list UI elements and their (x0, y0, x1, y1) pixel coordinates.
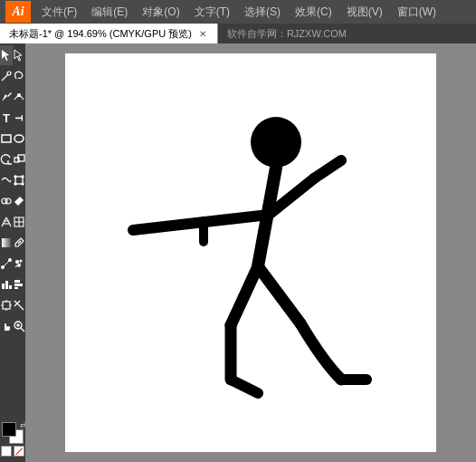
canvas-area (25, 43, 476, 462)
fg-bg-color-swatches[interactable]: ⇄ (2, 422, 24, 444)
shape-builder-tool[interactable] (0, 191, 13, 211)
mesh-tool[interactable] (13, 212, 25, 232)
menu-window[interactable]: 窗口(W) (390, 0, 443, 24)
toolbar: T T (0, 43, 25, 462)
free-transform-tool[interactable] (13, 170, 25, 190)
tab-document[interactable]: 未标题-1* @ 194.69% (CMYK/GPU 预览) ✕ (0, 24, 218, 43)
svg-rect-35 (14, 284, 23, 286)
svg-line-56 (258, 266, 300, 323)
svg-point-4 (18, 94, 21, 97)
site-label: 软件自学网：RJZXW.COM (227, 27, 347, 41)
rotate-tool[interactable] (0, 149, 13, 169)
app-logo: Ai (5, 1, 31, 23)
bar-graph-tool[interactable] (13, 274, 25, 294)
direct-selection-tool[interactable] (13, 45, 25, 65)
menu-type[interactable]: 文字(T) (187, 0, 237, 24)
main-area: T T (0, 43, 476, 462)
svg-rect-31 (2, 284, 5, 289)
menu-view[interactable]: 视图(V) (339, 0, 390, 24)
svg-point-6 (14, 135, 24, 142)
svg-marker-1 (14, 50, 22, 61)
fencer-illustration (124, 99, 377, 407)
svg-rect-34 (14, 280, 20, 283)
vertical-type-tool[interactable]: T (13, 108, 25, 128)
curvature-tool[interactable] (13, 87, 25, 107)
artboard-tool[interactable] (0, 295, 13, 315)
tab-close-button[interactable]: ✕ (197, 28, 208, 39)
eyedropper-tool[interactable] (13, 233, 25, 253)
svg-point-11 (22, 176, 24, 178)
svg-point-10 (14, 176, 16, 178)
zoom-tool[interactable] (13, 316, 25, 336)
tab-label: 未标题-1* @ 194.69% (CMYK/GPU 预览) (9, 27, 192, 41)
stroke-swatch[interactable] (1, 446, 12, 457)
blend-tool[interactable] (0, 254, 13, 274)
svg-marker-0 (2, 50, 9, 61)
selection-tool[interactable] (0, 45, 13, 65)
artboard (65, 53, 436, 452)
perspective-grid-tool[interactable] (0, 212, 13, 232)
svg-point-12 (14, 183, 16, 185)
svg-line-17 (6, 217, 11, 226)
svg-rect-36 (14, 287, 18, 289)
tab-site-info: 软件自学网：RJZXW.COM (218, 24, 476, 43)
svg-line-24 (18, 241, 21, 244)
svg-point-3 (7, 72, 11, 75)
svg-point-13 (22, 183, 24, 185)
hand-tool[interactable] (0, 316, 13, 336)
menu-file[interactable]: 文件(F) (34, 0, 84, 24)
svg-line-55 (231, 380, 258, 393)
menu-bar: 文件(F) 编辑(E) 对象(O) 文字(T) 选择(S) 效果(C) 视图(V… (34, 0, 471, 24)
svg-line-53 (231, 266, 258, 325)
ellipse-tool[interactable] (13, 129, 25, 149)
svg-point-15 (5, 198, 11, 204)
color-area: ⇄ (0, 419, 25, 460)
column-graph-tool[interactable] (0, 274, 13, 294)
svg-line-16 (2, 217, 6, 226)
tab-bar: 未标题-1* @ 194.69% (CMYK/GPU 预览) ✕ 软件自学网：R… (0, 24, 476, 43)
type-tool[interactable]: T (0, 108, 13, 128)
svg-rect-32 (5, 281, 8, 289)
slice-tool[interactable] (13, 295, 25, 315)
menu-object[interactable]: 对象(O) (135, 0, 186, 24)
svg-point-46 (251, 117, 301, 168)
svg-line-2 (2, 74, 8, 81)
svg-line-27 (4, 261, 9, 266)
color-mode-row (0, 446, 25, 457)
live-paint-tool[interactable] (13, 191, 25, 211)
menu-edit[interactable]: 编辑(E) (84, 0, 135, 24)
svg-line-43 (21, 328, 24, 332)
magic-wand-tool[interactable] (0, 66, 13, 86)
menu-select[interactable]: 选择(S) (237, 0, 288, 24)
pen-tool[interactable] (0, 87, 13, 107)
svg-rect-23 (2, 238, 11, 247)
svg-point-28 (16, 261, 19, 264)
lasso-tool[interactable] (13, 66, 25, 86)
title-bar: Ai 文件(F) 编辑(E) 对象(O) 文字(T) 选择(S) 效果(C) 视… (0, 0, 476, 24)
svg-rect-5 (2, 135, 11, 142)
foreground-color-swatch[interactable] (2, 422, 16, 437)
symbol-spray-tool[interactable] (13, 254, 25, 274)
svg-line-52 (314, 160, 341, 178)
scale-tool[interactable] (13, 149, 25, 169)
rectangle-tool[interactable] (0, 129, 13, 149)
svg-rect-33 (9, 285, 12, 289)
none-swatch[interactable] (14, 446, 24, 457)
svg-point-29 (20, 260, 22, 262)
warp-tool[interactable] (0, 170, 13, 190)
menu-effect[interactable]: 效果(C) (288, 0, 339, 24)
svg-rect-9 (15, 177, 23, 184)
svg-rect-37 (3, 302, 10, 309)
gradient-tool[interactable] (0, 233, 13, 253)
